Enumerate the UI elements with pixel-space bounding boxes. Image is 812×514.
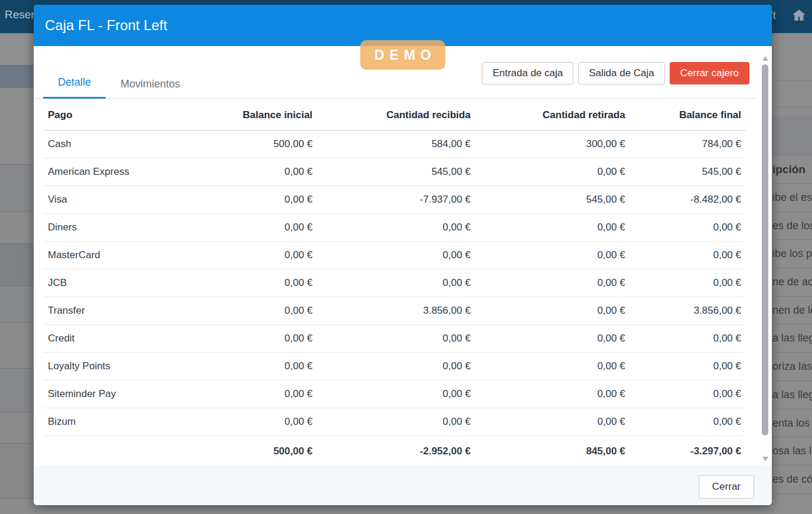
cash-out-button[interactable]: Salida de Caja	[578, 62, 665, 84]
table-row: American Express0,00 €545,00 €0,00 €545,…	[43, 158, 746, 186]
amount-cell: 545,00 €	[317, 158, 475, 186]
bg-row-partial: es de có	[772, 466, 812, 494]
amount-cell: 500,00 €	[233, 131, 317, 158]
payment-method-cell: MasterCard	[43, 242, 233, 269]
amount-cell: 0,00 €	[475, 242, 630, 269]
table-row: MasterCard0,00 €0,00 €0,00 €0,00 €	[43, 242, 746, 269]
table-row: Cash500,00 €584,00 €300,00 €784,00 €	[43, 131, 746, 158]
dimmed-row-band	[0, 286, 34, 323]
table-row: JCB0,00 €0,00 €0,00 €0,00 €	[43, 269, 746, 297]
amount-cell: 0,00 €	[630, 353, 746, 380]
payments-table-body: Cash500,00 €584,00 €300,00 €784,00 €Amer…	[43, 131, 746, 436]
amount-cell: 0,00 €	[475, 214, 630, 242]
bg-row-partial: oriza las	[772, 353, 812, 381]
modal-title: Caja FL - Front Left	[45, 17, 167, 34]
divider	[772, 107, 812, 108]
payment-method-cell: Siteminder Pay	[43, 380, 233, 408]
amount-cell: 0,00 €	[233, 269, 317, 297]
bg-row-partial: nen de lo	[772, 297, 812, 325]
navbar-right-group: ft	[769, 8, 807, 23]
amount-cell: 584,00 €	[317, 131, 475, 158]
bg-row-partial: ibe el est	[772, 184, 812, 212]
col-cantidad-recibida: Cantidad recibida	[317, 99, 475, 131]
action-buttons: Entrada de caja Salida de Caja Cerrar ca…	[482, 62, 749, 84]
cash-register-modal: Caja FL - Front Left Detalle Movimientos…	[34, 5, 772, 505]
dimmed-row-band	[0, 368, 34, 413]
payment-method-cell: Cash	[43, 131, 233, 158]
close-modal-button[interactable]: Cerrar	[699, 475, 754, 499]
amount-cell: 0,00 €	[317, 269, 475, 297]
totals-cantidad-recibida: -2.952,00 €	[317, 436, 475, 467]
close-register-button[interactable]: Cerrar cajero	[670, 62, 749, 84]
dimmed-row-band	[0, 412, 34, 444]
bg-table-header-partial: ipción	[772, 156, 812, 184]
cash-in-button[interactable]: Entrada de caja	[482, 62, 573, 84]
payment-method-cell: Credit	[43, 325, 233, 353]
payments-table-wrap: Pago Balance inicial Cantidad recibida C…	[43, 99, 746, 467]
dimmed-row-band	[0, 164, 34, 212]
amount-cell: 545,00 €	[475, 186, 630, 214]
tab-detalle[interactable]: Detalle	[43, 68, 106, 99]
amount-cell: 0,00 €	[317, 353, 475, 380]
amount-cell: 0,00 €	[233, 158, 317, 186]
table-row: Siteminder Pay0,00 €0,00 €0,00 €0,00 €	[43, 380, 746, 408]
bg-row-partial: es de los	[772, 212, 812, 240]
payment-method-cell: Transfer	[43, 297, 233, 325]
amount-cell: 0,00 €	[630, 269, 746, 297]
bg-row-partial: ne de act	[772, 268, 812, 297]
bg-row-partial: a las lleg	[772, 381, 812, 409]
amount-cell: 0,00 €	[475, 380, 630, 408]
scroll-down-arrow-icon[interactable]	[762, 457, 768, 461]
payments-table: Pago Balance inicial Cantidad recibida C…	[43, 99, 746, 467]
dimmed-row-band	[0, 65, 34, 88]
dimmed-row-band	[0, 33, 34, 66]
totals-label-cell	[43, 436, 233, 467]
amount-cell: 0,00 €	[630, 380, 746, 408]
amount-cell: 0,00 €	[233, 214, 317, 242]
dimmed-row-band	[772, 116, 812, 156]
scroll-up-arrow-icon[interactable]	[762, 56, 768, 61]
totals-balance-inicial: 500,00 €	[233, 436, 317, 467]
dimmed-row-band	[0, 322, 34, 369]
table-row: Diners0,00 €0,00 €0,00 €0,00 €	[43, 214, 746, 242]
amount-cell: 3.856,00 €	[630, 297, 746, 325]
amount-cell: 0,00 €	[630, 214, 746, 242]
home-icon[interactable]	[791, 8, 807, 23]
amount-cell: 0,00 €	[317, 380, 475, 408]
tab-movimientos[interactable]: Movimientos	[106, 70, 195, 99]
amount-cell: 0,00 €	[630, 325, 746, 353]
amount-cell: 0,00 €	[233, 408, 317, 436]
dimmed-row-band	[0, 498, 34, 514]
table-row: Visa0,00 €-7.937,00 €545,00 €-8.482,00 €	[43, 186, 746, 214]
amount-cell: 0,00 €	[475, 158, 630, 186]
amount-cell: 0,00 €	[317, 325, 475, 353]
page: Reserv ft ipción ibe el estes de losibe …	[0, 0, 812, 514]
table-header-row: Pago Balance inicial Cantidad recibida C…	[43, 99, 746, 131]
bg-row-partial: osa las lle	[772, 437, 812, 466]
amount-cell: -7.937,00 €	[317, 186, 475, 214]
payment-method-cell: Bizum	[43, 408, 233, 436]
amount-cell: 0,00 €	[475, 353, 630, 380]
amount-cell: 0,00 €	[317, 242, 475, 269]
amount-cell: -8.482,00 €	[630, 186, 746, 214]
amount-cell: 0,00 €	[233, 242, 317, 269]
col-cantidad-retirada: Cantidad retirada	[475, 99, 630, 131]
amount-cell: 300,00 €	[475, 131, 630, 158]
demo-ribbon: DEMO	[360, 40, 445, 70]
totals-cantidad-retirada: 845,00 €	[475, 436, 630, 467]
payment-method-cell: Diners	[43, 214, 233, 242]
scrollbar-thumb[interactable]	[762, 64, 768, 435]
amount-cell: 0,00 €	[475, 297, 630, 325]
table-row: Bizum0,00 €0,00 €0,00 €0,00 €	[43, 408, 746, 436]
dimmed-row-band	[0, 243, 34, 287]
payment-method-cell: JCB	[43, 269, 233, 297]
bg-row-partial: enta los	[772, 409, 812, 438]
amount-cell: 0,00 €	[475, 408, 630, 436]
table-row: Loyalty Points0,00 €0,00 €0,00 €0,00 €	[43, 353, 746, 380]
amount-cell: 0,00 €	[475, 325, 630, 353]
totals-balance-final: -3.297,00 €	[630, 436, 746, 467]
bg-row-partial: ibe los p	[772, 240, 812, 268]
modal-scrollbar[interactable]	[761, 50, 770, 466]
bg-table-rows: ibe el estes de losibe los pne de actnen…	[772, 184, 812, 494]
col-balance-inicial: Balance inicial	[233, 99, 317, 131]
